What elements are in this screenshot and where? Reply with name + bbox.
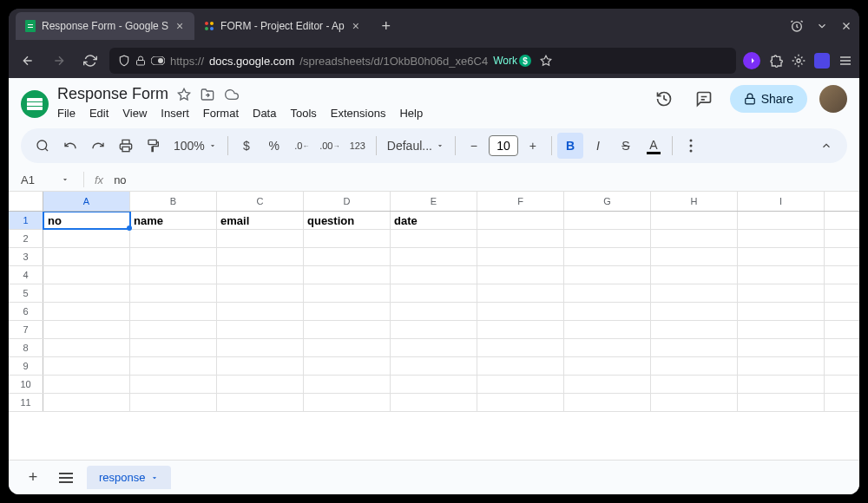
bookmark-star-icon[interactable]	[540, 55, 552, 67]
cell[interactable]	[651, 339, 738, 356]
sheet-tab-response[interactable]: response	[87, 466, 171, 489]
more-formats-button[interactable]: 123	[345, 133, 371, 159]
row-header[interactable]: 1	[9, 212, 43, 229]
cell[interactable]	[477, 357, 564, 375]
menu-format[interactable]: Format	[203, 107, 239, 120]
hamburger-menu-icon[interactable]	[838, 54, 852, 68]
row-header[interactable]: 10	[9, 376, 43, 393]
close-tab-icon[interactable]: ×	[350, 20, 362, 32]
cell[interactable]	[130, 394, 217, 411]
cell[interactable]	[391, 284, 477, 302]
strikethrough-button[interactable]: S	[613, 133, 639, 159]
row-header[interactable]: 5	[9, 284, 43, 302]
share-button[interactable]: Share	[730, 85, 807, 113]
menu-view[interactable]: View	[122, 107, 147, 120]
reload-button[interactable]	[78, 49, 102, 73]
italic-button[interactable]: I	[585, 133, 611, 159]
cell[interactable]	[738, 266, 825, 284]
column-header-F[interactable]: F	[477, 192, 564, 211]
cell[interactable]: date	[391, 212, 477, 229]
cell[interactable]	[43, 266, 130, 284]
cell[interactable]	[217, 394, 304, 411]
cell[interactable]	[477, 266, 564, 284]
menu-data[interactable]: Data	[253, 107, 276, 120]
menu-tools[interactable]: Tools	[290, 107, 316, 120]
cell[interactable]	[130, 284, 217, 302]
cell[interactable]	[477, 248, 564, 265]
cell[interactable]	[651, 266, 738, 284]
cell[interactable]	[304, 230, 391, 247]
cell[interactable]	[43, 339, 130, 356]
cell[interactable]	[217, 321, 304, 338]
zoom-select[interactable]: 100%	[168, 139, 222, 153]
cell[interactable]	[43, 321, 130, 338]
cell[interactable]	[130, 339, 217, 356]
cell[interactable]	[391, 376, 477, 393]
cell[interactable]	[564, 376, 651, 393]
extension-icon[interactable]	[743, 52, 760, 69]
cell[interactable]	[43, 357, 130, 375]
sheets-logo[interactable]	[21, 90, 49, 118]
column-header-A[interactable]: A	[43, 192, 130, 211]
row-header[interactable]: 8	[9, 339, 43, 356]
cell[interactable]	[564, 321, 651, 338]
cell[interactable]	[304, 339, 391, 356]
all-sheets-button[interactable]	[54, 466, 78, 490]
cell[interactable]	[391, 230, 477, 247]
cell[interactable]	[564, 248, 651, 265]
cell[interactable]: email	[217, 212, 304, 229]
cell[interactable]	[304, 321, 391, 338]
column-header-H[interactable]: H	[651, 192, 738, 211]
cell[interactable]	[391, 266, 477, 284]
row-header[interactable]: 9	[9, 357, 43, 375]
cell[interactable]	[738, 321, 825, 338]
cell[interactable]: name	[130, 212, 217, 229]
cell[interactable]	[738, 376, 825, 393]
name-box[interactable]: A1	[21, 173, 73, 186]
cell[interactable]	[564, 284, 651, 302]
search-menus-button[interactable]	[30, 133, 56, 159]
cell[interactable]	[651, 376, 738, 393]
document-title[interactable]: Response Form	[57, 85, 168, 103]
menu-edit[interactable]: Edit	[89, 107, 108, 120]
add-sheet-button[interactable]: +	[21, 466, 45, 490]
cell[interactable]	[130, 266, 217, 284]
cell[interactable]	[217, 339, 304, 356]
cell[interactable]	[217, 266, 304, 284]
browser-tab-2[interactable]: FORM - Project Editor - Ap ×	[194, 12, 371, 40]
cell[interactable]	[738, 212, 825, 229]
increase-decimal-button[interactable]: .00→	[317, 133, 343, 159]
undo-button[interactable]	[57, 133, 83, 159]
cell[interactable]	[477, 230, 564, 247]
cell[interactable]	[477, 303, 564, 320]
menu-insert[interactable]: Insert	[161, 107, 189, 120]
cell[interactable]	[391, 321, 477, 338]
back-button[interactable]	[16, 49, 40, 73]
cell[interactable]	[217, 284, 304, 302]
paint-format-button[interactable]	[141, 133, 167, 159]
chevron-down-icon[interactable]	[816, 20, 828, 32]
cell[interactable]	[43, 303, 130, 320]
font-size-input[interactable]	[489, 135, 518, 156]
row-header[interactable]: 3	[9, 248, 43, 265]
history-button[interactable]	[650, 85, 678, 113]
column-header-C[interactable]: C	[217, 192, 304, 211]
forward-button[interactable]	[47, 49, 71, 73]
formula-bar[interactable]: no	[114, 173, 847, 186]
new-tab-button[interactable]: +	[374, 14, 398, 38]
cell[interactable]	[477, 339, 564, 356]
cell[interactable]	[43, 248, 130, 265]
comments-button[interactable]	[690, 85, 718, 113]
more-toolbar-button[interactable]	[678, 133, 704, 159]
cell[interactable]	[477, 284, 564, 302]
cell[interactable]	[217, 357, 304, 375]
cell[interactable]	[217, 248, 304, 265]
row-header[interactable]: 6	[9, 303, 43, 320]
cell[interactable]	[477, 212, 564, 229]
cell[interactable]	[391, 339, 477, 356]
cell[interactable]	[651, 394, 738, 411]
increase-font-size-button[interactable]: +	[520, 133, 546, 159]
cell[interactable]	[304, 248, 391, 265]
cell[interactable]	[391, 394, 477, 411]
cell[interactable]	[738, 339, 825, 356]
